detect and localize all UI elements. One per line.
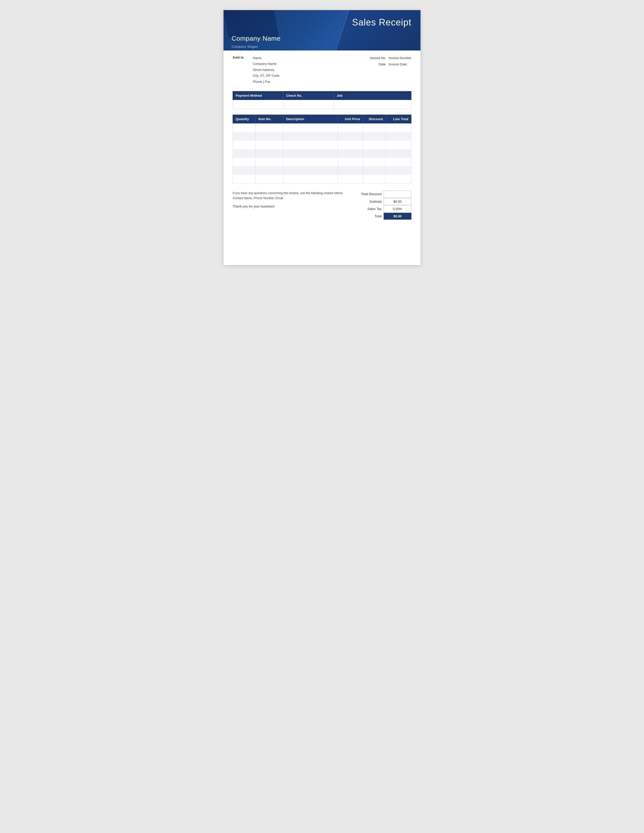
item-no xyxy=(256,175,283,183)
item-desc xyxy=(283,141,338,149)
item-total xyxy=(386,124,411,132)
item-price xyxy=(338,166,363,175)
item-desc xyxy=(283,175,338,183)
payment-table: Payment Method Check No. Job xyxy=(233,91,411,109)
footer-left: If you have any questions concerning thi… xyxy=(233,191,351,208)
check-no-header: Check No. xyxy=(283,91,333,100)
item-discount xyxy=(363,166,386,175)
sales-tax-row: Sales Tax 0.00% xyxy=(356,206,411,212)
item-total xyxy=(386,158,411,166)
info-section: Sold to Name Company Name Street Address… xyxy=(224,50,420,87)
grand-total-label: Total xyxy=(356,214,384,218)
linetotal-header: Line Total xyxy=(386,114,411,124)
item-desc xyxy=(283,124,338,132)
thank-you-text: Thank you for your business! xyxy=(233,204,351,208)
job-cell xyxy=(334,100,411,109)
item-no xyxy=(256,166,283,175)
item-qty xyxy=(233,132,256,141)
grand-total-value: $0.00 xyxy=(384,213,411,220)
item-price xyxy=(338,149,363,158)
subtotal-value: $0.00 xyxy=(384,198,411,205)
item-row xyxy=(233,124,411,132)
invoice-date-row: Date Invoice Date xyxy=(361,61,411,68)
total-discount-row: Total Discount xyxy=(356,191,411,198)
item-row xyxy=(233,141,411,149)
items-table: Quantity Item No. Description Unit Price… xyxy=(233,114,411,183)
qty-header: Quantity xyxy=(233,114,255,124)
invoice-no-value: Invoice Number xyxy=(388,55,411,61)
sold-to-details: Name Company Name Street Address City, S… xyxy=(253,55,361,85)
sold-to-company: Company Name xyxy=(253,61,361,67)
item-price xyxy=(338,175,363,183)
item-price xyxy=(338,132,363,141)
itemno-header: Item No. xyxy=(255,114,283,124)
item-no xyxy=(256,149,283,158)
item-row xyxy=(233,175,411,183)
invoice-date-label: Date xyxy=(379,61,386,68)
item-total xyxy=(386,132,411,141)
invoice-details: Invoice No Invoice Number Date Invoice D… xyxy=(361,55,411,85)
sold-to-city: City, ST, ZIP Code xyxy=(253,73,361,79)
item-no xyxy=(256,141,283,149)
invoice-no-label: Invoice No xyxy=(370,55,385,61)
company-name-header: Company Name xyxy=(232,35,280,42)
item-total xyxy=(386,166,411,175)
item-qty xyxy=(233,158,256,166)
invoice-no-row: Invoice No Invoice Number xyxy=(361,55,411,61)
subtotal-row: Subtotal $0.00 xyxy=(356,198,411,205)
receipt-title: Sales Receipt xyxy=(352,17,411,28)
price-header: Unit Price xyxy=(338,114,364,124)
item-discount xyxy=(363,175,386,183)
item-price xyxy=(338,141,363,149)
desc-header: Description xyxy=(283,114,338,124)
sold-to-address: Street Address xyxy=(253,67,361,73)
footer-contact: Contact Name, Phone Number, Email xyxy=(233,196,351,201)
item-discount xyxy=(363,149,386,158)
item-discount xyxy=(363,132,386,141)
item-desc xyxy=(283,149,338,158)
discount-header: Discount xyxy=(364,114,386,124)
header-shape-right xyxy=(335,10,420,50)
total-discount-label: Total Discount xyxy=(356,192,384,196)
item-qty xyxy=(233,166,256,175)
total-discount-value xyxy=(384,191,411,198)
item-row xyxy=(233,132,411,141)
payment-method-header: Payment Method xyxy=(233,91,283,100)
totals-block: Total Discount Subtotal $0.00 Sales Tax … xyxy=(356,191,411,220)
item-desc xyxy=(283,158,338,166)
company-slogan: Company Slogan xyxy=(232,45,258,48)
footer-section: If you have any questions concerning thi… xyxy=(233,191,411,220)
sales-tax-value: 0.00% xyxy=(384,206,411,212)
item-row xyxy=(233,158,411,166)
item-row xyxy=(233,166,411,175)
items-table-header: Quantity Item No. Description Unit Price… xyxy=(233,114,411,124)
item-total xyxy=(386,141,411,149)
invoice-date-value: Invoice Date xyxy=(389,61,411,68)
job-header: Job xyxy=(333,91,411,100)
item-no xyxy=(256,132,283,141)
item-qty xyxy=(233,149,256,158)
sales-tax-label: Sales Tax xyxy=(356,207,384,211)
item-total xyxy=(386,149,411,158)
item-discount xyxy=(363,141,386,149)
check-no-cell xyxy=(283,100,334,109)
item-price xyxy=(338,124,363,132)
footer-note-text: If you have any questions concerning thi… xyxy=(233,191,351,196)
item-discount xyxy=(363,158,386,166)
sold-to-name: Name xyxy=(253,55,361,61)
grand-total-row: Total $0.00 xyxy=(356,213,411,220)
item-desc xyxy=(283,166,338,175)
footer-note: If you have any questions concerning thi… xyxy=(233,191,351,201)
sold-to-label: Sold to xyxy=(233,55,253,85)
payment-method-cell xyxy=(233,100,283,109)
subtotal-label: Subtotal xyxy=(356,199,384,203)
item-qty xyxy=(233,141,256,149)
header-shape-left xyxy=(224,10,279,38)
item-no xyxy=(256,158,283,166)
payment-table-header: Payment Method Check No. Job xyxy=(233,91,411,100)
item-qty xyxy=(233,124,256,132)
page: Sales Receipt Company Name Company Sloga… xyxy=(224,10,420,265)
payment-table-row xyxy=(233,100,411,109)
item-no xyxy=(256,124,283,132)
header: Sales Receipt Company Name Company Sloga… xyxy=(224,10,420,50)
